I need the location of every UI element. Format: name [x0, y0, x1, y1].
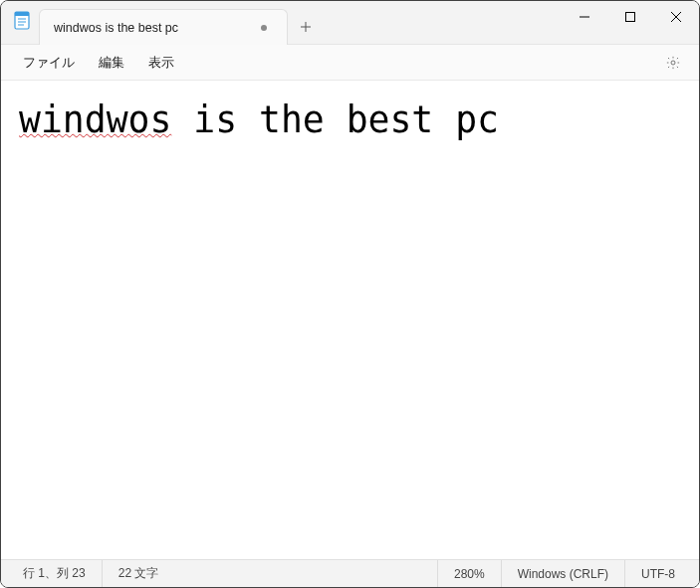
- document-tab[interactable]: windwos is the best pc: [39, 9, 288, 45]
- close-button[interactable]: [653, 1, 699, 33]
- editor-text-rest: is the best pc: [171, 98, 499, 141]
- status-cursor-position[interactable]: 行 1、列 23: [9, 560, 102, 587]
- window-controls: [562, 1, 699, 33]
- menu-file[interactable]: ファイル: [11, 48, 87, 78]
- status-char-count: 22 文字: [102, 560, 175, 587]
- svg-point-11: [671, 61, 675, 65]
- app-window: windwos is the best pc ファイル 編集 表示: [0, 0, 700, 588]
- menu-edit[interactable]: 編集: [87, 48, 136, 78]
- notepad-app-icon: [13, 9, 31, 31]
- gear-icon: [665, 55, 681, 71]
- menubar: ファイル 編集 表示: [1, 45, 699, 81]
- status-encoding[interactable]: UTF-8: [624, 560, 691, 587]
- new-tab-button[interactable]: [288, 9, 324, 45]
- status-zoom[interactable]: 280%: [437, 560, 501, 587]
- maximize-button[interactable]: [607, 1, 653, 33]
- status-line-ending[interactable]: Windows (CRLF): [501, 560, 624, 587]
- text-editor[interactable]: windwos is the best pc: [1, 81, 699, 559]
- minimize-button[interactable]: [562, 1, 607, 33]
- svg-rect-8: [626, 13, 635, 22]
- titlebar: windwos is the best pc: [1, 1, 699, 45]
- menu-view[interactable]: 表示: [136, 48, 186, 78]
- svg-rect-1: [15, 12, 29, 16]
- unsaved-indicator-icon: [261, 25, 267, 31]
- misspelled-word: windwos: [19, 98, 171, 141]
- settings-button[interactable]: [657, 47, 689, 79]
- statusbar: 行 1、列 23 22 文字 280% Windows (CRLF) UTF-8: [1, 559, 699, 587]
- tab-title: windwos is the best pc: [54, 21, 253, 35]
